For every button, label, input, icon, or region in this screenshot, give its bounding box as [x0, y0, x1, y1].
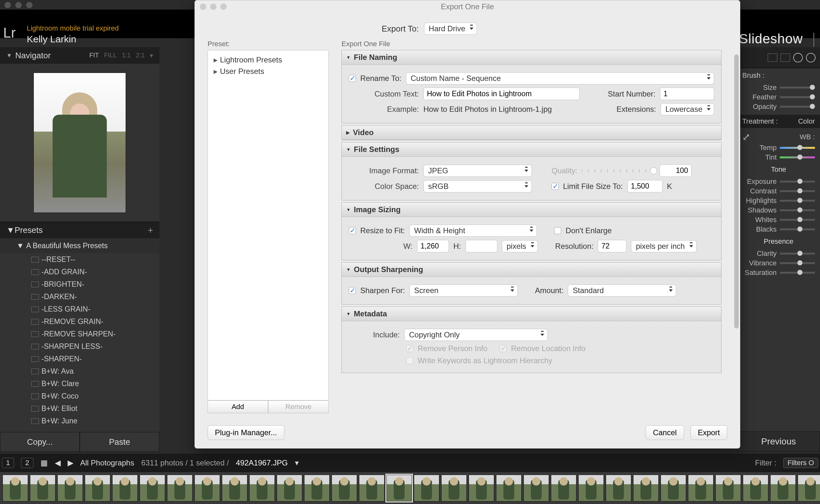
tint-slider[interactable]: [780, 156, 815, 158]
filmstrip-thumb[interactable]: [770, 475, 796, 501]
size-slider[interactable]: [780, 87, 815, 89]
export-to-select[interactable]: Hard Drive: [424, 23, 477, 35]
treatment-value[interactable]: Color: [798, 117, 815, 126]
preset-add-button[interactable]: Add: [207, 400, 268, 413]
module-tab-slideshow[interactable]: Slideshow: [739, 31, 814, 47]
resize-checkbox[interactable]: [349, 227, 356, 234]
section-header[interactable]: ▼File Settings: [342, 142, 721, 157]
filmstrip-thumb[interactable]: [85, 475, 110, 501]
filmstrip-thumb[interactable]: [715, 475, 741, 501]
section-header[interactable]: ▼Output Sharpening: [342, 263, 721, 277]
section-header[interactable]: ▼File Naming: [342, 50, 721, 65]
clarity-slider[interactable]: [780, 253, 815, 255]
size-unit-select[interactable]: pixels: [502, 240, 538, 252]
add-preset-icon[interactable]: +: [148, 225, 153, 235]
plugin-manager-button[interactable]: Plug-in Manager...: [207, 425, 284, 440]
filmstrip-thumb[interactable]: [304, 475, 330, 501]
preset-item[interactable]: B+W: Elliot: [0, 402, 159, 415]
whites-slider[interactable]: [780, 219, 815, 221]
paste-button[interactable]: Paste: [80, 432, 159, 452]
traffic-min-icon[interactable]: [210, 4, 216, 10]
preset-item[interactable]: B+W: Ava: [0, 365, 159, 378]
section-header[interactable]: ▶Video: [342, 126, 721, 140]
preset-listbox[interactable]: ▶Lightroom Presets ▶User Presets: [207, 50, 329, 400]
filmstrip-thumb[interactable]: [798, 475, 820, 501]
previous-button[interactable]: Previous: [737, 431, 820, 452]
preset-item[interactable]: -ADD GRAIN-: [0, 266, 159, 278]
filmstrip-thumb[interactable]: [386, 475, 412, 501]
format-select[interactable]: JPEG: [424, 165, 532, 177]
current-filename[interactable]: 492A1967.JPG: [236, 458, 288, 467]
zoom-2-1[interactable]: 2:1: [136, 52, 145, 59]
vibrance-slider[interactable]: [780, 262, 815, 264]
preset-item[interactable]: -LESS GRAIN-: [0, 303, 159, 315]
filmstrip-thumb[interactable]: [30, 475, 55, 501]
filmstrip-thumb[interactable]: [249, 475, 275, 501]
filters-button[interactable]: Filters O: [783, 458, 818, 468]
saturation-slider[interactable]: [780, 272, 815, 274]
filmstrip-thumb[interactable]: [414, 475, 439, 501]
limit-size-input[interactable]: [628, 180, 663, 192]
secondary-display-1[interactable]: 1: [2, 458, 14, 468]
resize-select[interactable]: Width & Height: [409, 225, 537, 237]
presets-header[interactable]: ▼ Presets +: [0, 222, 159, 238]
export-button[interactable]: Export: [691, 425, 727, 440]
copy-button[interactable]: Copy...: [0, 432, 80, 452]
settings-scrollbar[interactable]: [734, 54, 739, 379]
filmstrip-thumb[interactable]: [469, 475, 494, 501]
chevron-down-icon[interactable]: ▾: [150, 52, 153, 59]
contrast-slider[interactable]: [780, 190, 815, 192]
sharpen-select[interactable]: Screen: [409, 284, 518, 297]
preset-item[interactable]: B+W: Coco: [0, 390, 159, 402]
traffic-min-icon[interactable]: [15, 2, 22, 8]
filmstrip-thumb[interactable]: [633, 475, 659, 501]
amount-select[interactable]: Standard: [568, 284, 676, 297]
zoom-1-1[interactable]: 1:1: [122, 52, 131, 59]
traffic-max-icon[interactable]: [26, 2, 33, 8]
blacks-slider[interactable]: [780, 228, 815, 230]
colorspace-select[interactable]: sRGB: [424, 180, 532, 192]
traffic-max-icon[interactable]: [220, 4, 227, 10]
quality-input[interactable]: [660, 164, 692, 177]
preset-group[interactable]: ▶Lightroom Presets: [212, 54, 324, 66]
filmstrip-thumb[interactable]: [194, 475, 220, 501]
filmstrip-thumb[interactable]: [222, 475, 247, 501]
nav-fwd-icon[interactable]: ▶: [68, 458, 73, 467]
rename-to-checkbox[interactable]: [349, 75, 356, 82]
navigator-header[interactable]: ▼ Navigator FIT FILL 1:1 2:1 ▾: [0, 47, 159, 64]
scrollbar-thumb[interactable]: [734, 54, 739, 328]
filmstrip-thumb[interactable]: [57, 475, 83, 501]
filmstrip-thumb[interactable]: [359, 475, 384, 501]
rename-to-select[interactable]: Custom Name - Sequence: [406, 72, 714, 84]
height-input[interactable]: [466, 240, 497, 252]
custom-text-input[interactable]: [424, 88, 580, 100]
include-select[interactable]: Copyright Only: [404, 329, 548, 341]
quality-slider[interactable]: [582, 169, 655, 172]
eyedropper-icon[interactable]: ⤢: [742, 131, 750, 142]
secondary-display-2[interactable]: 2: [21, 458, 33, 468]
filmstrip-thumb[interactable]: [688, 475, 714, 501]
limit-size-checkbox[interactable]: [552, 183, 559, 190]
section-header[interactable]: ▼Image Sizing: [342, 203, 721, 217]
preset-folder[interactable]: ▼ A Beautiful Mess Presets: [0, 238, 159, 253]
filmstrip-thumb[interactable]: [3, 475, 28, 501]
preset-item[interactable]: --RESET--: [0, 253, 159, 266]
cancel-button[interactable]: Cancel: [646, 425, 684, 440]
nav-back-icon[interactable]: ◀: [55, 458, 61, 467]
navigator-preview[interactable]: [0, 64, 159, 222]
filmstrip-thumb[interactable]: [496, 475, 522, 501]
filmstrip-thumb[interactable]: [277, 475, 302, 501]
preset-item[interactable]: -SHARPEN-: [0, 353, 159, 365]
preset-item[interactable]: -BRIGHTEN-: [0, 278, 159, 291]
filmstrip-thumb[interactable]: [578, 475, 604, 501]
filmstrip-thumb[interactable]: [441, 475, 467, 501]
collection-name[interactable]: All Photographs: [80, 458, 134, 467]
resolution-input[interactable]: [598, 240, 627, 252]
resolution-unit-select[interactable]: pixels per inch: [631, 240, 696, 252]
filmstrip-thumb[interactable]: [140, 475, 165, 501]
chevron-down-icon[interactable]: ▾: [295, 458, 299, 467]
highlights-slider[interactable]: [780, 200, 815, 202]
filmstrip-thumb[interactable]: [167, 475, 192, 501]
shadows-slider[interactable]: [780, 209, 815, 211]
filmstrip-thumb[interactable]: [661, 475, 686, 501]
